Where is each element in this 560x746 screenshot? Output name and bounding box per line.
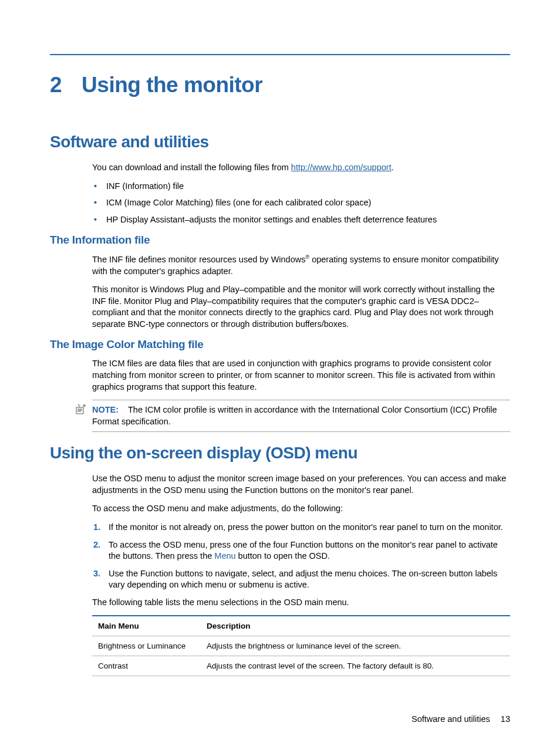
step-number: 3.	[93, 568, 100, 580]
page-footer: Software and utilities 13	[411, 714, 510, 724]
top-rule	[50, 54, 510, 55]
osd-table-intro: The following table lists the menu selec…	[92, 597, 510, 609]
table-row: Brightness or Luminance Adjusts the brig…	[92, 636, 510, 656]
table-row: Contrast Adjusts the contrast level of t…	[92, 656, 510, 676]
osd-p2: To access the OSD menu and make adjustme…	[92, 503, 510, 515]
section-software-utilities-heading: Software and utilities	[50, 133, 510, 151]
cell-desc: Adjusts the contrast level of the screen…	[201, 656, 510, 676]
th-description: Description	[201, 616, 510, 636]
step-3: 3.Use the Function buttons to navigate, …	[109, 568, 510, 591]
chapter-title-text: Using the monitor	[82, 73, 262, 97]
step-3-text: Use the Function buttons to navigate, se…	[109, 569, 497, 590]
icm-file-p1: The ICM files are data files that are us…	[92, 358, 510, 393]
page-content: 2Using the monitor Software and utilitie…	[0, 0, 560, 706]
note-text	[121, 405, 128, 414]
step-number: 1.	[93, 522, 100, 534]
cell-menu: Contrast	[92, 656, 201, 676]
info-file-p2: This monitor is Windows Plug and Play–co…	[92, 284, 510, 330]
chapter-number: 2	[50, 73, 62, 97]
step-2-post: button to open the OSD.	[236, 551, 330, 561]
cell-desc: Adjusts the brightness or luminance leve…	[201, 636, 510, 656]
table-header-row: Main Menu Description	[92, 616, 510, 636]
subsection-information-file-heading: The Information file	[50, 234, 510, 247]
chapter-title: 2Using the monitor	[50, 73, 510, 97]
software-intro-post: .	[392, 163, 394, 172]
footer-section: Software and utilities	[411, 714, 490, 724]
info-file-p1-pre: The INF file defines monitor resources u…	[92, 255, 305, 264]
step-1-text: If the monitor is not already on, press …	[109, 522, 503, 532]
menu-button-label: Menu	[214, 551, 235, 561]
osd-p1: Use the OSD menu to adjust the monitor s…	[92, 473, 510, 496]
step-1: 1.If the monitor is not already on, pres…	[109, 522, 510, 534]
page-number: 13	[501, 714, 510, 724]
info-file-p1: The INF file defines monitor resources u…	[92, 254, 510, 277]
th-main-menu: Main Menu	[92, 616, 201, 636]
osd-steps: 1.If the monitor is not already on, pres…	[109, 522, 510, 591]
subsection-icm-file-heading: The Image Color Matching file	[50, 338, 510, 351]
note-label: NOTE:	[92, 405, 119, 414]
cell-menu: Brightness or Luminance	[92, 636, 201, 656]
software-intro-pre: You can download and install the followi…	[92, 163, 291, 172]
step-2: 2.To access the OSD menu, press one of t…	[109, 539, 510, 562]
note-box: NOTE: The ICM color profile is written i…	[92, 400, 510, 432]
software-intro: You can download and install the followi…	[92, 162, 510, 174]
step-number: 2.	[93, 539, 100, 551]
list-item: HP Display Assistant–adjusts the monitor…	[106, 214, 510, 226]
note-icon	[75, 404, 87, 419]
osd-main-menu-table: Main Menu Description Brightness or Lumi…	[92, 615, 510, 676]
note-body: The ICM color profile is written in acco…	[92, 405, 497, 426]
list-item: ICM (Image Color Matching) files (one fo…	[106, 197, 510, 209]
support-link[interactable]: http://www.hp.com/support	[291, 163, 392, 172]
list-item: INF (Information) file	[106, 181, 510, 193]
section-osd-heading: Using the on-screen display (OSD) menu	[50, 444, 510, 463]
software-bullets: INF (Information) file ICM (Image Color …	[106, 181, 510, 226]
